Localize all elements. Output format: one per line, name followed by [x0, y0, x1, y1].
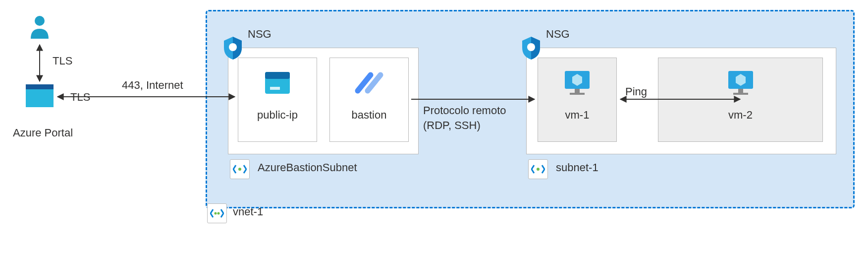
bastion-subnet-name: AzureBastionSubnet: [258, 161, 357, 174]
remote-protocol-label-1: Protocolo remoto: [423, 104, 506, 117]
vm1-node: vm-1: [538, 58, 617, 142]
svg-point-16: [238, 168, 241, 171]
subnet-tag-icon: [528, 159, 548, 179]
nsg-label-subnet1: NSG: [546, 28, 570, 41]
svg-point-4: [527, 43, 535, 51]
svg-rect-7: [270, 87, 280, 90]
user-icon: [30, 15, 50, 40]
port-internet-label: 443, Internet: [122, 79, 183, 92]
shield-icon: [222, 36, 244, 61]
svg-point-19: [217, 212, 220, 215]
svg-point-3: [229, 43, 237, 51]
svg-rect-1: [26, 84, 54, 89]
tls-portal-label: TLS: [70, 91, 90, 104]
svg-rect-14: [733, 93, 748, 95]
public-ip-node: public-ip: [238, 58, 317, 142]
svg-rect-10: [570, 93, 585, 95]
svg-point-17: [537, 168, 540, 171]
subnet-tag-icon: [230, 159, 250, 179]
public-ip-label: public-ip: [238, 109, 317, 122]
svg-point-18: [215, 212, 217, 215]
vm2-node: vm-2: [658, 58, 823, 142]
azure-portal-icon: [26, 84, 54, 107]
ping-label: Ping: [625, 85, 647, 98]
vm1-label: vm-1: [538, 109, 616, 122]
svg-rect-13: [738, 89, 743, 93]
tls-user-label: TLS: [53, 55, 72, 67]
azure-portal-label: Azure Portal: [13, 127, 73, 139]
svg-rect-6: [265, 72, 290, 79]
remote-protocol-label-2: (RDP, SSH): [423, 119, 481, 132]
subnet1-name: subnet-1: [556, 161, 598, 174]
vnet-tag-icon: [207, 203, 227, 223]
vnet-name: vnet-1: [233, 205, 263, 218]
bastion-node: bastion: [329, 58, 409, 142]
vm2-label: vm-2: [658, 109, 822, 122]
svg-point-0: [35, 16, 45, 26]
svg-rect-9: [575, 89, 580, 93]
svg-rect-2: [26, 89, 54, 107]
bastion-label: bastion: [330, 109, 408, 122]
nsg-label-bastion: NSG: [248, 28, 271, 41]
shield-icon: [520, 36, 542, 61]
